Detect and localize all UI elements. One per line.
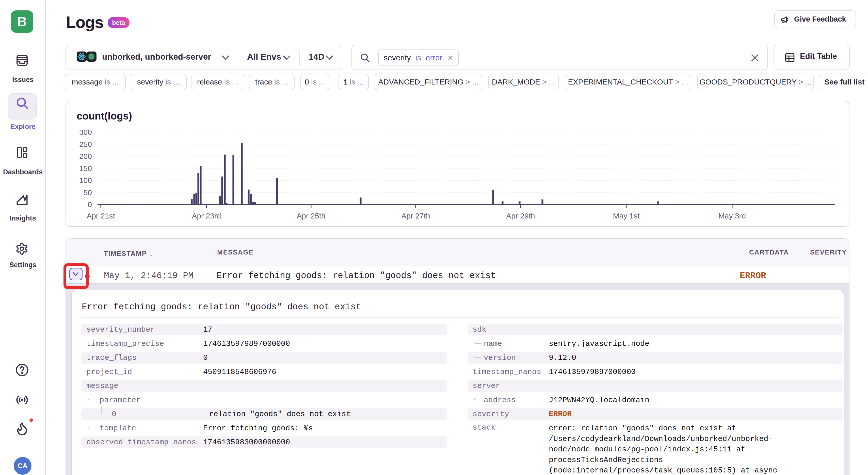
svg-text:300: 300 [79,128,92,136]
svg-text:Apr 21st: Apr 21st [87,212,115,220]
svg-text:Apr 29th: Apr 29th [506,212,535,220]
svg-text:200: 200 [79,152,92,160]
svg-text:0: 0 [88,200,92,209]
svg-text:Apr 23rd: Apr 23rd [192,212,221,220]
svg-text:250: 250 [79,140,92,148]
svg-text:Apr 27th: Apr 27th [401,212,430,220]
svg-text:150: 150 [79,164,92,173]
svg-text:May 3rd: May 3rd [718,212,746,220]
svg-text:May 1st: May 1st [613,212,640,220]
svg-text:100: 100 [79,176,92,184]
svg-text:Apr 25th: Apr 25th [297,212,325,220]
svg-text:50: 50 [84,188,92,197]
